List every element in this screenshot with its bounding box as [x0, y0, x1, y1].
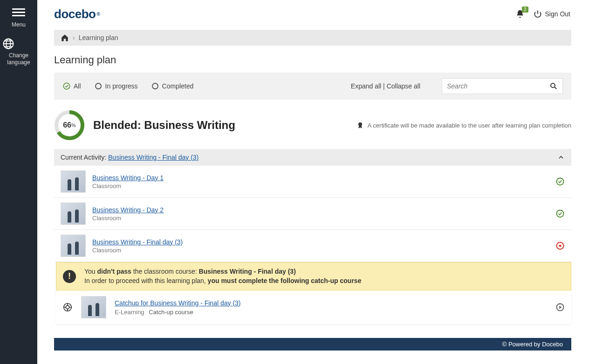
lifebuoy-icon	[62, 302, 73, 312]
catchup-row: Catchup for Business Writing - Final day…	[56, 290, 571, 324]
course-link[interactable]: Business Writing - Day 2	[92, 206, 164, 214]
ribbon-icon	[356, 121, 364, 129]
globe-icon	[2, 37, 35, 50]
current-activity-bar: Current Activity: Business Writing - Fin…	[54, 149, 571, 166]
circle-icon	[151, 82, 159, 90]
warn-t2a: In order to proceed with this learning p…	[84, 277, 208, 284]
expand-all-link[interactable]: Expand all	[351, 82, 381, 90]
main: › Learning plan Learning plan All In pro…	[54, 30, 571, 351]
breadcrumb-current: Learning plan	[79, 34, 118, 41]
home-icon[interactable]	[61, 34, 69, 42]
plan-header: 66% Blended: Business Writing A certific…	[54, 100, 571, 149]
catchup-tag: Catch-up course	[149, 309, 193, 316]
page-title: Learning plan	[54, 46, 571, 73]
logo-reg: ®	[96, 12, 100, 17]
warn-t2b: you must complete the following catch-up…	[208, 277, 362, 284]
exclamation-icon: !	[63, 270, 76, 283]
filter-inprogress[interactable]: In progress	[94, 82, 138, 90]
breadcrumb: › Learning plan	[54, 30, 571, 46]
power-icon	[533, 9, 542, 19]
current-activity-label: Current Activity:	[61, 154, 106, 161]
course-row: Business Writing - Day 2 Classroom	[54, 198, 571, 230]
course-type: Classroom	[92, 247, 183, 254]
progress-symbol: %	[71, 122, 76, 128]
svg-point-10	[557, 210, 564, 217]
topbar: docebo ® 2 Sign Out	[37, 0, 589, 28]
svg-point-3	[96, 83, 101, 89]
certificate-text: A certificate will be made available to …	[368, 122, 571, 129]
status-failed-icon	[555, 241, 565, 250]
footer: © Powered by Docebo	[54, 338, 571, 351]
collapse-toggle[interactable]	[557, 154, 565, 161]
logo-text: docebo	[54, 7, 96, 21]
catchup-type: E-Learning	[115, 309, 144, 316]
svg-point-4	[152, 83, 158, 89]
filter-inprogress-label: In progress	[105, 82, 138, 90]
course-type: Classroom	[92, 182, 164, 189]
certificate-note: A certificate will be made available to …	[356, 121, 571, 129]
filter-completed-label: Completed	[162, 82, 194, 90]
svg-point-8	[358, 122, 362, 126]
course-link[interactable]: Business Writing - Final day (3)	[92, 238, 183, 246]
course-link[interactable]: Business Writing - Day 1	[92, 174, 164, 182]
sidebar: Menu Change language	[0, 0, 37, 364]
collapse-all-link[interactable]: Collapse all	[387, 82, 420, 90]
footer-text: © Powered by Docebo	[502, 341, 563, 348]
svg-point-14	[66, 306, 69, 309]
filter-all[interactable]: All	[62, 82, 81, 90]
notifications-button[interactable]: 2	[515, 9, 525, 19]
menu-button[interactable]: Menu	[0, 3, 37, 34]
warn-t1c: the classroom course:	[131, 268, 199, 275]
hamburger-icon	[12, 7, 25, 18]
warning-banner: ! You didn't pass the classroom course: …	[56, 262, 571, 290]
course-type: Classroom	[92, 215, 164, 222]
signout-label: Sign Out	[545, 10, 570, 18]
warn-t1b: didn't pass	[97, 268, 131, 275]
warning-text: You didn't pass the classroom course: Bu…	[84, 267, 361, 285]
catchup-link[interactable]: Catchup for Business Writing - Final day…	[115, 299, 241, 307]
search-icon[interactable]	[549, 82, 558, 90]
svg-point-2	[63, 83, 70, 89]
warn-t1d: Business Writing - Final day (3)	[199, 268, 296, 275]
course-row: Business Writing - Day 1 Classroom	[54, 166, 571, 198]
svg-point-5	[551, 83, 555, 88]
filter-all-label: All	[74, 82, 81, 90]
course-thumbnail	[61, 202, 86, 225]
status-complete-icon	[555, 177, 565, 186]
notification-badge: 2	[522, 7, 528, 13]
warn-t1a: You	[84, 268, 97, 275]
course-thumbnail	[81, 296, 106, 318]
circle-icon	[94, 82, 103, 90]
change-language-label: Change language	[2, 52, 35, 66]
filter-bar: All In progress Completed Expand all | C…	[54, 73, 571, 100]
change-language-button[interactable]: Change language	[0, 34, 37, 71]
signout-button[interactable]: Sign Out	[533, 9, 570, 19]
course-thumbnail	[61, 235, 86, 257]
breadcrumb-sep: ›	[73, 34, 75, 41]
progress-ring: 66%	[54, 110, 85, 141]
course-thumbnail	[61, 170, 86, 193]
chevron-up-icon	[557, 154, 565, 161]
play-icon[interactable]	[555, 303, 565, 312]
filter-completed[interactable]: Completed	[151, 82, 194, 90]
plan-title: Blended: Business Writing	[93, 119, 235, 132]
logo[interactable]: docebo ®	[54, 7, 100, 21]
expand-separator: |	[381, 82, 386, 90]
progress-value: 66	[63, 121, 71, 129]
course-row: Business Writing - Final day (3) Classro…	[54, 230, 571, 262]
status-complete-icon	[555, 209, 565, 218]
search-input[interactable]	[447, 82, 549, 90]
menu-label: Menu	[2, 21, 35, 28]
svg-point-9	[557, 178, 564, 185]
svg-point-12	[559, 245, 562, 247]
current-activity-link[interactable]: Business Writing - Final day (3)	[108, 154, 199, 161]
check-circle-icon	[62, 82, 71, 90]
search-box	[442, 78, 563, 94]
expand-collapse: Expand all | Collapse all	[351, 82, 420, 90]
